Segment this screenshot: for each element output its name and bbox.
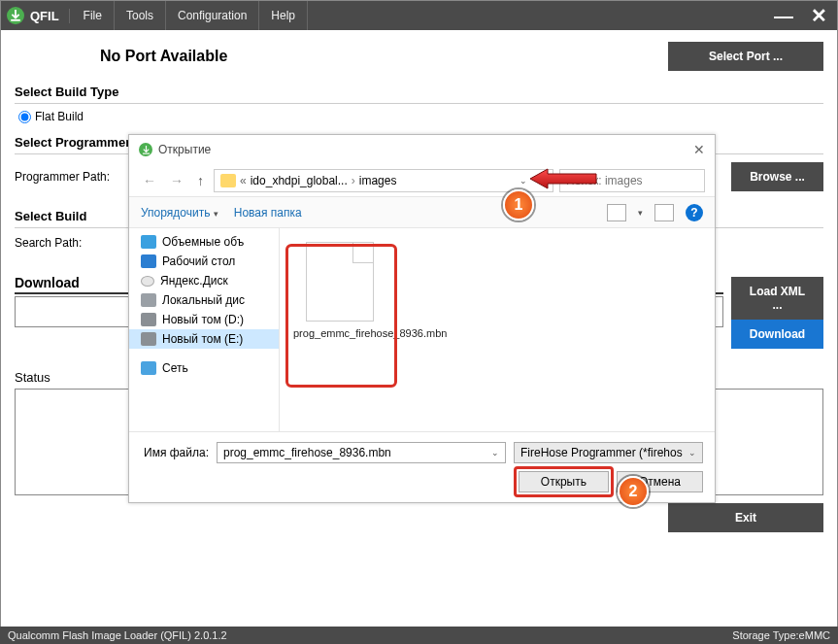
chevron-down-icon[interactable]: ⌄ [688,448,696,458]
browse-button[interactable]: Browse ... [731,162,823,191]
sidebar-item-drive-d[interactable]: Новый том (D:) [129,310,279,329]
port-status: No Port Available [100,48,227,65]
filename-label: Имя файла: [141,446,209,459]
sidebar-item-drive-e[interactable]: Новый том (E:) [129,329,279,349]
file-icon [306,242,374,322]
annotation-arrow-icon [530,167,598,190]
menu-tools[interactable]: Tools [115,1,166,30]
nav-fwd-icon[interactable]: → [166,173,187,188]
new-folder-button[interactable]: Новая папка [234,206,302,220]
volume-icon [141,235,156,249]
status-bar: Qualcomm Flash Image Loader (QFIL) 2.0.1… [0,627,838,644]
network-icon [141,361,156,375]
drive-icon [141,313,156,326]
sidebar-item-desktop[interactable]: Рабочий стол [129,252,279,271]
crumb-2[interactable]: images [359,174,397,187]
drive-icon [141,332,156,346]
open-button[interactable]: Открыть [519,471,609,492]
preview-pane-icon[interactable] [654,204,674,221]
programmer-path-label: Programmer Path: [15,170,110,184]
title-bar: QFIL File Tools Configuration Help — ✕ [1,1,837,30]
svg-marker-0 [530,169,596,188]
crumb-chevron: › [352,174,355,187]
disk-icon [141,293,156,307]
view-mode-icon[interactable] [607,204,626,221]
organize-menu[interactable]: Упорядочить ▾ [141,206,218,220]
flat-build-label: Flat Build [35,110,84,123]
app-logo-icon [7,7,24,24]
download-button[interactable]: Download [731,320,823,349]
dialog-sidebar: Объемные объ Рабочий стол Яндекс.Диск Ло… [129,228,280,431]
crumb-dropdown-icon[interactable]: ⌄ [520,176,527,186]
dialog-title: Открытие [158,143,211,156]
view-dropdown-icon[interactable]: ▾ [638,208,643,218]
app-name: QFIL [30,9,70,23]
file-item[interactable]: prog_emmc_firehose_8936.mbn [293,242,385,341]
breadcrumb[interactable]: « ido_xhdpi_global... › images ⌄ ⟳ [214,169,553,192]
select-port-button[interactable]: Select Port ... [668,42,823,71]
cloud-icon [141,276,154,287]
menu-help[interactable]: Help [259,1,308,30]
file-open-dialog: Открытие ✕ ← → ↑ « ido_xhdpi_global... ›… [128,134,716,503]
sidebar-item-localdisk[interactable]: Локальный дис [129,290,279,310]
minimize-icon[interactable]: — [774,5,793,27]
folder-icon [220,174,236,187]
sidebar-item-yadisk[interactable]: Яндекс.Диск [129,271,279,290]
dialog-close-icon[interactable]: ✕ [693,142,705,157]
sidebar-item-volumes[interactable]: Объемные объ [129,232,279,252]
menu-configuration[interactable]: Configuration [166,1,259,30]
file-list-area[interactable]: prog_emmc_firehose_8936.mbn [280,228,715,431]
chevron-down-icon[interactable]: ⌄ [491,448,499,458]
flat-build-radio[interactable] [18,111,31,123]
desktop-icon [141,254,156,268]
crumb-1[interactable]: ido_xhdpi_global... [251,174,348,187]
search-path-label: Search Path: [15,236,82,250]
annotation-badge-1: 1 [503,189,534,220]
dialog-logo-icon [139,143,152,156]
nav-back-icon[interactable]: ← [139,173,160,188]
filename-input[interactable]: prog_emmc_firehose_8936.mbn⌄ [217,442,506,463]
filetype-select[interactable]: FireHose Programmer (*firehos⌄ [514,442,703,463]
help-icon[interactable]: ? [686,204,703,221]
build-type-head: Select Build Type [15,85,823,99]
annotation-badge-2: 2 [618,476,649,507]
statusbar-left: Qualcomm Flash Image Loader (QFIL) 2.0.1… [8,629,227,641]
load-xml-button[interactable]: Load XML ... [731,277,823,320]
crumb-sep: « [240,174,247,187]
sidebar-item-network[interactable]: Сеть [129,358,279,378]
statusbar-right: Storage Type:eMMC [732,629,830,641]
exit-button[interactable]: Exit [668,503,823,532]
file-label: prog_emmc_firehose_8936.mbn [293,327,385,341]
close-icon[interactable]: ✕ [811,4,827,27]
menu-file[interactable]: File [72,1,115,30]
nav-up-icon[interactable]: ↑ [193,173,208,188]
